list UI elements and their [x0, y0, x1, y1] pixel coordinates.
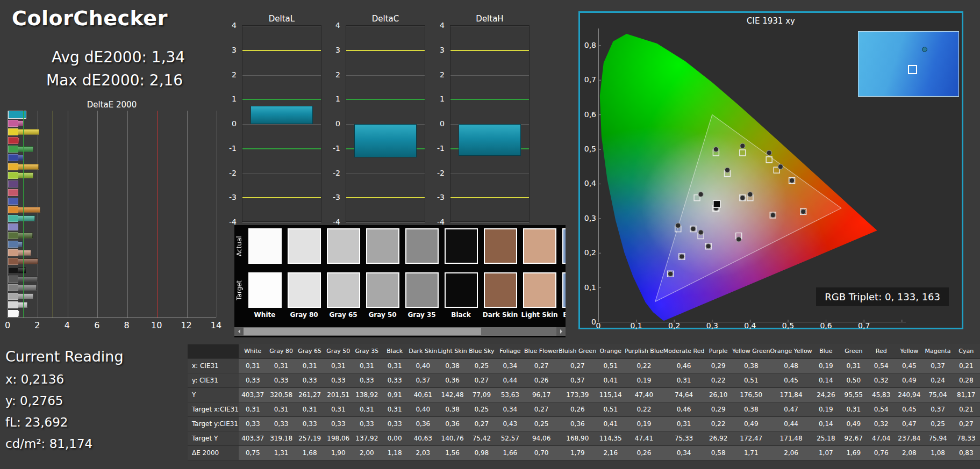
target-swatch-gray-50	[366, 272, 399, 308]
table-cell: 0,47	[770, 402, 812, 416]
col-header-purple: Purple	[704, 344, 732, 358]
reading-x: x: 0,2136	[5, 372, 124, 386]
deltae2000-chart-title: DeltaE 2000	[8, 100, 216, 110]
cie-measured-bluish-green	[698, 192, 703, 197]
table-cell: 0,25	[467, 358, 496, 373]
deltac-chart: DeltaC43210-1-2-3-4	[326, 14, 430, 229]
swatch-label-black: Black	[441, 311, 481, 319]
table-cell: 168,90	[559, 431, 596, 445]
actual-swatch-gray-35	[405, 228, 439, 264]
cie-measured-foliage	[725, 168, 729, 172]
cie-x-tick: 0	[589, 321, 607, 330]
table-cell: 0,19	[812, 358, 840, 373]
row-label: Y	[188, 387, 239, 402]
yellow-limit-line	[346, 197, 425, 198]
col-header-green: Green	[840, 344, 867, 358]
y-tick: -2	[431, 169, 445, 177]
table-row-y-cie31: y: CIE310,330,330,330,330,330,330,370,36…	[188, 373, 980, 387]
col-header-cyan: Cyan	[952, 344, 980, 358]
col-header-red: Red	[868, 344, 895, 358]
cie-measured-orange	[790, 178, 795, 183]
table-row--e-2000: ΔE 20000,751,311,681,902,001,182,031,560…	[188, 445, 980, 460]
color-patch-moderate-red	[8, 189, 18, 196]
cie-x-tick: 0,1	[627, 321, 646, 330]
table-cell: 0,27	[952, 416, 980, 431]
table-cell: 0,38	[732, 402, 770, 416]
table-cell: 0,19	[625, 416, 663, 431]
row-label: Target x:CIE31	[188, 402, 239, 416]
cie-x-tick: 0,4	[741, 321, 759, 330]
table-cell: 78,33	[952, 431, 980, 445]
table-cell: 0,51	[732, 373, 770, 387]
table-cell: 0,45	[770, 373, 812, 387]
color-patch-orange	[8, 206, 18, 213]
row-label: x: CIE31	[188, 358, 239, 373]
cie-y-tick: 0,3	[581, 214, 596, 222]
y-tick: -2	[326, 169, 340, 177]
table-cell: 0,27	[559, 358, 596, 373]
cie-measured-purple	[706, 244, 711, 249]
yellow-limit-line	[53, 111, 53, 318]
cie-y-tick: 0,8	[581, 41, 596, 49]
color-patch-orange-yellow	[8, 163, 18, 170]
table-cell: 94,06	[524, 431, 559, 445]
table-cell: 0,36	[559, 416, 596, 431]
deltal-chart: DeltaL43210-1-2-3-4	[223, 14, 326, 229]
table-cell: 0,32	[868, 373, 895, 387]
deltae-bar-row-white	[8, 309, 216, 318]
table-cell: 0,38	[438, 358, 467, 373]
table-cell: 320,58	[267, 387, 296, 402]
deltae-bar-row-dark-skin	[8, 257, 216, 266]
y-axis-labels: 43210-1-2-3-4	[326, 25, 344, 223]
table-cell: 0,28	[952, 373, 980, 387]
cie-y-tick: 0,5	[581, 145, 596, 153]
green-limit-line	[242, 148, 321, 149]
row-label: ΔE 2000	[188, 445, 239, 460]
swatch-scrollbar[interactable]	[234, 327, 566, 336]
table-cell: 45,83	[868, 387, 895, 402]
deltae-bar-row-cyan	[8, 111, 216, 119]
col-header-foliage: Foliage	[496, 344, 524, 358]
table-cell: 0,31	[296, 402, 324, 416]
green-limit-line	[346, 99, 425, 100]
table-cell: 0,27	[467, 373, 496, 387]
col-header-gray-50: Gray 50	[324, 344, 353, 358]
actual-swatch-white	[248, 228, 282, 264]
table-cell: 172,47	[732, 431, 770, 445]
cie-measured-light-skin	[740, 196, 745, 200]
reading-cdm2: cd/m²: 81,174	[5, 437, 124, 451]
target-swatch-dark-skin	[484, 272, 517, 308]
table-cell: 0,21	[952, 358, 980, 373]
color-patch-dark-skin	[8, 258, 18, 265]
table-cell: 0,37	[924, 402, 953, 416]
cie-x-tick: 0,2	[665, 321, 683, 330]
y-tick: 1	[223, 95, 237, 103]
table-cell: 0,36	[409, 416, 438, 431]
table-cell: 26,92	[704, 431, 732, 445]
gridline	[346, 222, 425, 223]
table-cell: 0,91	[381, 387, 409, 402]
table-cell: 0,31	[840, 402, 867, 416]
table-cell: 403,37	[239, 431, 267, 445]
scroll-right-arrow-icon[interactable]	[556, 327, 566, 336]
scroll-left-arrow-icon[interactable]	[234, 327, 244, 336]
table-cell: 0,31	[239, 402, 267, 416]
table-cell: 52,57	[496, 431, 524, 445]
col-header-purplish-blue: Purplish Blue	[625, 344, 663, 358]
table-cell: 198,06	[324, 431, 353, 445]
deltac-chart-title: DeltaC	[346, 14, 425, 24]
scrollbar-thumb[interactable]	[244, 328, 481, 335]
table-cell: 0,19	[625, 373, 663, 387]
deltae-bar-row-yellow-green	[8, 171, 216, 180]
table-cell: 1,68	[296, 445, 324, 460]
y-tick: 2	[223, 70, 237, 79]
cie-y-tick: 0,2	[581, 248, 596, 257]
deltac-bar	[354, 124, 417, 157]
table-cell: 403,37	[239, 387, 267, 402]
table-cell: 75,33	[663, 431, 705, 445]
col-header-orange: Orange	[596, 344, 625, 358]
deltae2000-plot-area	[8, 111, 216, 318]
actual-swatch-black	[445, 228, 478, 264]
y-axis-labels: 43210-1-2-3-4	[431, 25, 448, 223]
y-tick: 2	[326, 70, 340, 79]
